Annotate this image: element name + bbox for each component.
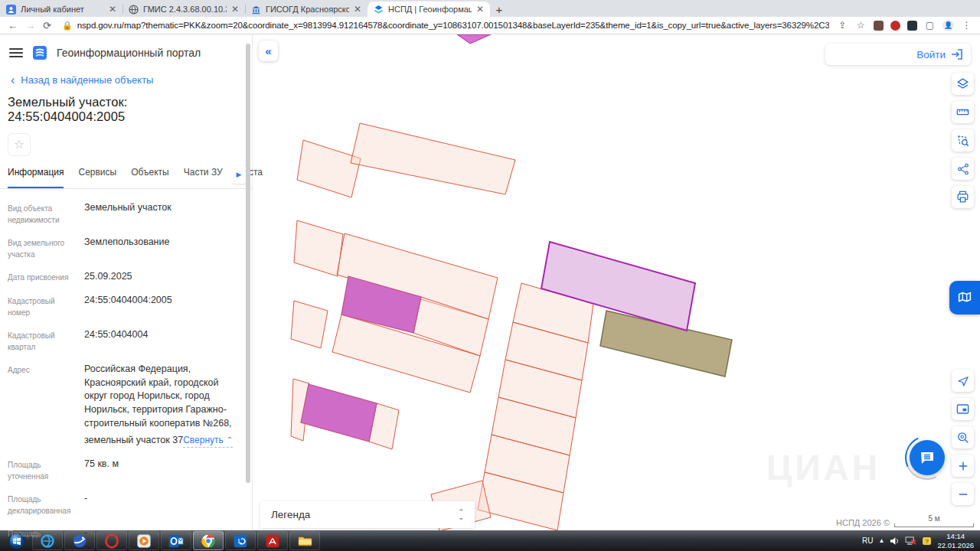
share-icon[interactable]: ⇪ (837, 20, 848, 31)
map-widget-tab[interactable] (949, 281, 980, 315)
measure-ruler-icon (956, 105, 970, 119)
building-favicon (251, 5, 261, 15)
parcel-pink[interactable] (291, 301, 328, 348)
chat-button[interactable] (910, 440, 945, 475)
refresh-icon[interactable]: ⟳ (43, 20, 51, 31)
tab-части зу[interactable]: Части ЗУ (184, 167, 223, 188)
scale-label: 5 м (894, 514, 974, 523)
portal-logo-icon (32, 45, 47, 60)
tab-информация[interactable]: Информация (8, 167, 64, 188)
field-row: Кадастровый квартал 24:55:0404004 (8, 328, 241, 353)
keyboard-language[interactable]: RU (862, 536, 873, 545)
measure-ruler-button[interactable] (952, 101, 974, 123)
browser-tab-2[interactable]: ГМИС 2.4.3.68.00.10.35 ✕ (122, 2, 245, 17)
field-value: - (84, 492, 87, 517)
tabs-scroll-right-button[interactable]: ▶ (232, 165, 246, 184)
field-row: Площадь - (8, 527, 241, 540)
extension-icon-3[interactable] (907, 21, 917, 31)
action-center-icon[interactable]: ? (922, 536, 932, 546)
map-canvas[interactable]: ЦИАН « Войти Легенда ⌃⌄ НСПД 2026 © 5 (253, 34, 980, 530)
chevron-up-icon: ⌃ (227, 435, 233, 445)
lock-icon: 🔒 (62, 21, 73, 31)
field-label: Дата присвоения (8, 270, 84, 284)
tab-close-icon[interactable]: ✕ (109, 5, 116, 14)
extension-icon-1[interactable] (874, 21, 884, 31)
parcel-pink[interactable] (297, 140, 361, 197)
legend-bar[interactable]: Легенда ⌃⌄ (260, 501, 475, 528)
locate-button[interactable] (952, 370, 974, 392)
tab-title: ГМИС 2.4.3.68.00.10.35 (143, 5, 227, 14)
forward-icon[interactable]: → (25, 20, 35, 31)
browser-tab-3[interactable]: ГИСОГД Красноярского края ✕ (245, 2, 368, 17)
login-button[interactable]: Войти (825, 44, 971, 65)
layers-button[interactable] (952, 73, 974, 95)
locate-icon (956, 374, 970, 388)
taskbar-clock[interactable]: 14:14 22.01.2026 (937, 532, 974, 550)
scale-bar: 5 м (894, 514, 974, 527)
tab-title: Личный кабинет (21, 5, 104, 14)
panel-scrollbar[interactable] (246, 44, 250, 501)
field-label: Кадастровый номер (8, 294, 84, 318)
back-to-results-link[interactable]: ‹ Назад в найденные объекты (0, 67, 252, 89)
login-arrow-icon (951, 49, 963, 60)
taskbar-acrobat-reader-icon[interactable] (257, 531, 288, 550)
extension-icon-2[interactable] (890, 21, 900, 31)
tab-title: НСПД | Геоинформационный п (388, 5, 472, 14)
page-title: Земельный участок: 24:55:0404004:2005 (0, 89, 252, 126)
url-text[interactable]: nspd.gov.ru/map?thematic=PKK&zoom=20&coo… (77, 21, 829, 30)
collapse-address-link[interactable]: Свернуть⌃ (183, 434, 233, 448)
menu-hamburger-icon[interactable] (9, 48, 23, 57)
tab-close-icon[interactable]: ✕ (476, 5, 484, 14)
tray-expand-icon[interactable]: ▲ (879, 537, 885, 544)
parcel-magenta-sliver[interactable] (457, 34, 491, 44)
zoom-in-button[interactable] (952, 455, 974, 477)
tab-close-icon[interactable]: ✕ (231, 5, 239, 14)
field-value: Землепользование (84, 236, 169, 260)
app-title: Геоинформационный портал (57, 47, 201, 59)
area-search-button[interactable] (952, 129, 974, 152)
field-value: Земельный участок (84, 201, 172, 226)
bookmark-star-icon[interactable]: ☆ (855, 20, 867, 31)
globe-favicon (129, 5, 139, 15)
browser-tab-4[interactable]: НСПД | Геоинформационный п ✕ (368, 2, 490, 17)
network-error-icon[interactable] (905, 536, 916, 546)
overview-search-icon (956, 430, 970, 445)
share-button[interactable] (952, 158, 974, 180)
layers-icon (956, 77, 970, 91)
attribute-list: Вид объекта недвижимости Земельный участ… (0, 189, 252, 551)
field-row: Вид объекта недвижимости Земельный участ… (8, 201, 241, 226)
browser-tab-strip: Личный кабинет ✕ ГМИС 2.4.3.68.00.10.35 … (0, 0, 980, 17)
parcel-pink[interactable] (351, 123, 515, 194)
overview-search-button[interactable] (952, 426, 974, 448)
minimap-button[interactable] (952, 398, 974, 420)
personal-cabinet-favicon (6, 5, 16, 15)
zoom-in-icon (956, 459, 970, 473)
print-icon (956, 190, 970, 204)
field-label: Вид объекта недвижимости (8, 201, 84, 226)
favorite-star-button[interactable]: ☆ (8, 133, 31, 156)
sidebar-icon[interactable]: ▢ (924, 20, 936, 31)
field-label: Площадь (8, 527, 84, 540)
browser-address-bar: ← → ⟳ 🔒 nspd.gov.ru/map?thematic=PKK&zoo… (0, 17, 980, 34)
taskbar-explorer-folder-icon[interactable] (289, 531, 320, 550)
tab-сервисы[interactable]: Сервисы (78, 167, 116, 188)
object-info-panel: Геоинформационный портал ‹ Назад в найде… (0, 34, 253, 530)
nspd-favicon (374, 5, 384, 15)
zoom-out-button[interactable] (952, 483, 974, 505)
collapse-panel-button[interactable]: « (259, 41, 278, 61)
map-toolbar-bottom (952, 370, 974, 505)
back-icon[interactable]: ← (8, 20, 18, 31)
profile-avatar-icon[interactable]: 👤 (942, 20, 954, 31)
volume-icon[interactable] (890, 536, 900, 546)
field-value: 24:55:0404004:2005 (84, 294, 172, 318)
tab-close-icon[interactable]: ✕ (354, 5, 361, 14)
new-tab-button[interactable]: + (490, 2, 508, 17)
print-button[interactable] (952, 186, 974, 208)
map-watermark: ЦИАН (766, 447, 880, 488)
browser-menu-icon[interactable]: ⋮ (961, 20, 972, 31)
parcel-magenta[interactable] (301, 384, 377, 442)
field-label: Вид земельного участка (8, 236, 84, 260)
parcel-pink[interactable] (294, 220, 343, 276)
browser-tab-1[interactable]: Личный кабинет ✕ (0, 2, 122, 17)
tab-объекты[interactable]: Объекты (131, 167, 169, 188)
